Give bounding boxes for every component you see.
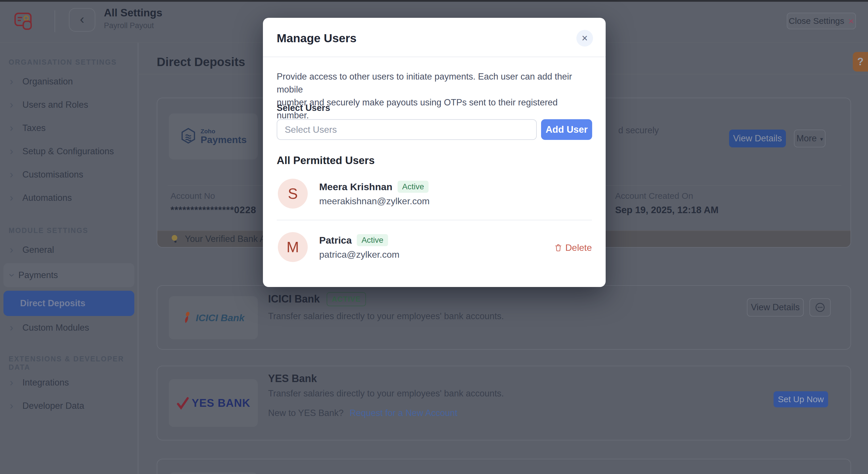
sidebar-item-label: Taxes (22, 123, 45, 133)
payroll-app-logo-icon (14, 11, 33, 32)
yes-bank-logo-tile: YES BANK (169, 379, 258, 427)
back-chevron-icon: ‹ (80, 12, 84, 26)
yes-card-title: YES Bank (268, 373, 317, 385)
sidebar-item-label: Developer Data (22, 401, 84, 411)
sidebar-item-payments[interactable]: › Payments (3, 263, 134, 287)
icici-card-title: ICICI Bank (268, 293, 320, 305)
chevron-down-icon: › (7, 273, 17, 277)
icici-card-description: Transfer salaries directly to your emplo… (268, 311, 504, 322)
sidebar-section-organisation-settings: ORGANISATION SETTINGS (0, 54, 138, 70)
chevron-right-icon: › (10, 100, 22, 110)
icici-card-title-row: ICICI Bank ACTIVE (268, 290, 366, 308)
sidebar-item-label: Custom Modules (22, 323, 89, 333)
sidebar-item-setup-configurations[interactable]: › Setup & Configurations (0, 140, 138, 163)
zoho-payments-logo-tile: Zoho Payments (169, 114, 258, 159)
close-settings-button[interactable]: Close Settings × (787, 12, 856, 29)
more-label: More (797, 133, 817, 144)
user-email: patrica@zylker.com (319, 249, 400, 260)
sidebar-item-integrations[interactable]: › Integrations (0, 371, 138, 394)
sidebar-item-label: Integrations (22, 378, 69, 388)
trash-icon (554, 243, 563, 252)
sidebar-section-extensions-developer-data: EXTENSIONS & DEVELOPER DATA (0, 355, 138, 371)
delete-label: Delete (565, 242, 592, 253)
select-users-label: Select Users (277, 103, 330, 113)
account-created-value: Sep 19, 2025, 12:18 AM (615, 205, 718, 215)
yes-bank-logo-text: YES BANK (192, 397, 250, 409)
back-button[interactable]: ‹ (69, 8, 95, 32)
ellipsis-circle-icon (814, 302, 826, 313)
modal-title: Manage Users (277, 32, 356, 45)
modal-close-button[interactable]: × (577, 30, 593, 47)
sidebar-section-module-settings: MODULE SETTINGS (0, 223, 138, 238)
chevron-right-icon: › (10, 123, 22, 133)
status-badge: Active (398, 181, 429, 193)
sidebar-item-label: Direct Deposits (20, 298, 85, 308)
icici-view-details-button[interactable]: View Details (747, 298, 804, 317)
select-users-input[interactable] (277, 119, 537, 140)
all-permitted-users-heading: All Permitted Users (277, 154, 375, 167)
icici-logo-icon (182, 312, 192, 324)
chevron-right-icon: › (10, 77, 22, 87)
sidebar-item-organisation[interactable]: › Organisation (0, 70, 138, 93)
avatar: S (278, 179, 308, 209)
page-header-subtitle: Payroll Payout (104, 21, 154, 30)
user-row-name: Patrica Active (319, 234, 388, 246)
user-name: Patrica (319, 235, 352, 246)
sidebar-item-direct-deposits[interactable]: Direct Deposits (3, 291, 134, 316)
icici-logo-text: ICICI Bank (196, 312, 245, 323)
sidebar-item-customisations[interactable]: › Customisations (0, 163, 138, 186)
close-icon: × (582, 32, 588, 44)
user-row-name: Meera Krishnan Active (319, 180, 429, 193)
account-no-value: ****************0228 V (170, 205, 272, 215)
sidebar-item-taxes[interactable]: › Taxes (0, 116, 138, 140)
account-no-label: Account No (170, 191, 215, 201)
zoho-payments-logo-text: Zoho Payments (200, 128, 247, 145)
sidebar-item-label: Customisations (22, 170, 83, 180)
help-tab[interactable]: ? (853, 52, 868, 71)
verified-bank-notice-text: Your Verified Bank Acc (185, 234, 275, 244)
page-header-title: All Settings (104, 7, 162, 19)
request-new-account-link[interactable]: Request for a New Account (350, 408, 458, 418)
page-title: Direct Deposits (157, 55, 245, 69)
partial-logo-tile (169, 473, 258, 474)
chevron-right-icon: › (10, 170, 22, 180)
chevron-right-icon: › (10, 193, 22, 203)
modal-header-divider (263, 57, 606, 57)
add-user-button[interactable]: Add User (541, 119, 592, 140)
partial-bank-card (157, 459, 851, 474)
sidebar-item-label: Organisation (22, 77, 73, 87)
sidebar-item-developer-data[interactable]: › Developer Data (0, 394, 138, 417)
chevron-right-icon: › (10, 323, 22, 333)
chevron-right-icon: › (10, 146, 22, 156)
sidebar-item-custom-modules[interactable]: › Custom Modules (0, 316, 138, 339)
sidebar-item-automations[interactable]: › Automations (0, 186, 138, 209)
status-badge: Active (357, 234, 388, 246)
sidebar-item-label: Users and Roles (22, 100, 88, 110)
close-icon: × (848, 16, 854, 26)
icici-active-badge: ACTIVE (327, 292, 366, 306)
user-name: Meera Krishnan (319, 181, 392, 192)
sidebar-item-label: Automations (22, 193, 72, 203)
chevron-right-icon: › (10, 401, 22, 411)
sidebar-item-users-and-roles[interactable]: › Users and Roles (0, 93, 138, 116)
yes-setup-now-button[interactable]: Set Up Now (774, 391, 828, 407)
zoho-payments-hexagon-icon (180, 127, 197, 145)
avatar: M (278, 232, 308, 262)
chevron-right-icon: › (10, 378, 22, 388)
zoho-view-details-button[interactable]: View Details (729, 129, 786, 147)
yes-card-title-row: YES Bank (268, 370, 317, 387)
zoho-card-partial-text: d securely (618, 125, 659, 136)
icici-more-actions-button[interactable] (809, 298, 831, 317)
help-icon: ? (857, 56, 864, 68)
manage-users-modal: Manage Users × Provide access to other u… (263, 18, 606, 287)
zoho-more-button[interactable]: More ▾ (794, 129, 826, 147)
sidebar-item-label: General (22, 245, 54, 255)
sidebar-item-label: Payments (19, 270, 58, 280)
account-created-label: Account Created On (615, 191, 693, 201)
delete-user-button[interactable]: Delete (554, 241, 592, 254)
yes-card-new-account-row: New to YES Bank? Request for a New Accou… (268, 408, 457, 418)
sidebar-item-general[interactable]: › General (0, 238, 138, 261)
user-email: meerakishnan@zylker.com (319, 196, 430, 207)
yes-card-description: Transfer salaries directly to your emplo… (268, 388, 504, 399)
yes-bank-card: YES BANK YES Bank Transfer salaries dire… (157, 366, 851, 440)
